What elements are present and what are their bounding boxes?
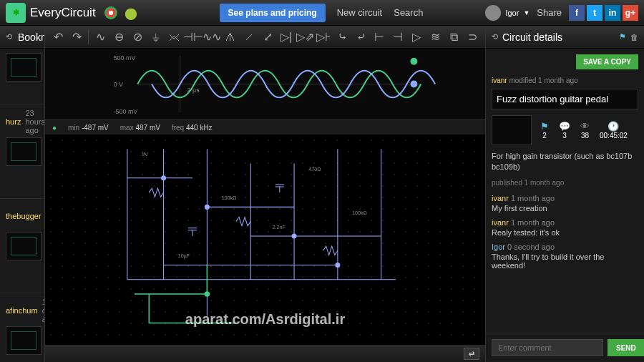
bookmark-thumbnail — [6, 53, 42, 82]
details-body: SAVE A COPY ivanr modified 1 month ago F… — [486, 49, 644, 333]
twitter-icon[interactable]: t — [587, 5, 602, 21]
svg-text:470Ω: 470Ω — [308, 167, 321, 172]
comment-time: 1 month ago — [511, 218, 555, 227]
scope-max-label: 500 mV — [114, 54, 136, 62]
chrome-icon[interactable] — [104, 6, 117, 19]
comment-item: ivanr 1 month agoMy first creation — [492, 194, 638, 212]
switch-icon[interactable]: ⟋ — [240, 29, 258, 46]
separator — [88, 30, 89, 44]
spst-icon[interactable]: ⤢ — [259, 29, 276, 46]
comment-time: 1 month ago — [511, 194, 555, 202]
undo-icon[interactable]: ↶ — [49, 29, 67, 46]
resistor-icon[interactable]: ⩙ — [166, 29, 183, 46]
linkedin-icon[interactable]: in — [605, 5, 620, 21]
scope-min-label: -500 mV — [114, 108, 138, 115]
share-link[interactable]: Share — [537, 7, 562, 18]
svg-point-6 — [292, 234, 296, 238]
comment-item: Igor 0 second agoThanks, I'll try to bui… — [492, 243, 638, 270]
trash-icon[interactable]: 🗑 — [630, 33, 638, 41]
bookmark-item[interactable]: multivibrator took the phases and fed th… — [0, 49, 44, 104]
plans-button[interactable]: See plans and pricing — [220, 4, 326, 22]
bookmarks-sidebar: ⟲ Bookmarks ⊕ ♟ ⫿⫿ 🗑 multivibrator took … — [0, 26, 45, 362]
transformer-icon[interactable]: ≋ — [426, 29, 444, 46]
svg-point-4 — [162, 176, 166, 180]
comment-text: My first creation — [492, 204, 638, 212]
opamp-icon[interactable]: ▷ — [408, 29, 425, 46]
comment-text: Thanks, I'll try to build it over the we… — [492, 253, 638, 270]
current-source-icon[interactable]: ⊘ — [129, 29, 146, 46]
svg-text:100kΩ: 100kΩ — [222, 195, 237, 201]
stat-views: 38 — [580, 132, 590, 140]
details-title: Circuit details — [502, 31, 619, 43]
comment-author[interactable]: Igor — [492, 243, 505, 251]
bookmark-thumbnail — [6, 137, 42, 166]
clock-icon: 🕐 — [600, 121, 628, 132]
circuit-preview: ⚑2 💬3 👁38 🕐00:45:02 — [492, 115, 638, 145]
bookmark-author[interactable]: thebugger — [6, 212, 42, 220]
scope-active-dot: ● — [52, 124, 57, 132]
bookmark-item[interactable]: hurz23 hours ago••• Chua Oscillator - ch… — [0, 104, 44, 199]
redo-icon[interactable]: ↷ — [68, 29, 85, 46]
comment-input[interactable] — [492, 339, 603, 356]
android-icon[interactable]: ⬤ — [125, 6, 137, 19]
center-panel: ↶ ↷ ∿ ⊖ ⊘ ⏚ ⩙ ⊣⊢ ∿∿ ⩚ ⟋ ⤢ ▷| ▷⇗ ▷⊦ ⤷ ⤶ ⊢… — [45, 26, 485, 362]
zener-icon[interactable]: ▷⊦ — [315, 29, 332, 46]
new-circuit-link[interactable]: New circuit — [337, 7, 383, 18]
ground-icon[interactable]: ⏚ — [147, 29, 165, 46]
schematic-footer: ⇄ — [45, 345, 485, 362]
send-button[interactable]: SEND — [608, 339, 644, 356]
save-copy-button[interactable]: SAVE A COPY — [576, 54, 638, 69]
bookmark-author[interactable]: afinchum — [6, 306, 38, 315]
svg-point-5 — [205, 205, 209, 209]
comment-text: Realy tested: it's ok — [492, 228, 638, 237]
max-label: max — [120, 124, 134, 132]
search-link[interactable]: Search — [394, 7, 423, 18]
oscilloscope[interactable]: 500 mV 0 V -500 mV 2 µs — [45, 49, 485, 120]
led-icon[interactable]: ▷⇗ — [296, 29, 313, 46]
schematic-canvas[interactable]: 9V 100kΩ 2.2nF 10µF 470Ω 100kΩ aparat.co… — [45, 134, 485, 345]
apple-icon[interactable] — [145, 6, 157, 19]
facebook-icon[interactable]: f — [569, 5, 585, 21]
inductor-icon[interactable]: ∿∿ — [203, 29, 220, 46]
svg-point-3 — [410, 81, 417, 88]
refresh-icon[interactable]: ⟲ — [492, 32, 498, 41]
details-header: ⟲ Circuit details ⚑ 🗑 — [486, 26, 644, 49]
swap-button[interactable]: ⇄ — [464, 348, 479, 360]
nmos-icon[interactable]: ⊢ — [371, 29, 388, 46]
circuit-title: Fuzz distortion guitar pedal — [492, 89, 638, 109]
comment-icon: 💬 — [559, 121, 570, 132]
diode-icon[interactable]: ▷| — [278, 29, 295, 46]
header-right: Igor ▼ Share f t in g+ — [485, 5, 638, 21]
bookmark-item[interactable]: afinchum1 day ago••• THANKYOU! Inductor … — [0, 293, 44, 362]
bookmark-icon[interactable]: ⚑ — [619, 32, 626, 41]
avatar-icon — [485, 5, 501, 21]
bookmark-item[interactable]: thebugger4 days ago••• Chua Circuit Shak… — [0, 199, 44, 293]
dc-source-icon[interactable]: ⊖ — [110, 29, 127, 46]
googleplus-icon[interactable]: g+ — [623, 5, 638, 21]
ac-source-icon[interactable]: ∿ — [92, 29, 109, 46]
min-label: min — [68, 124, 79, 132]
refresh-icon[interactable]: ⟲ — [6, 32, 12, 41]
potentiometer-icon[interactable]: ⩚ — [222, 29, 239, 46]
main-layout: ⟲ Bookmarks ⊕ ♟ ⫿⫿ 🗑 multivibrator took … — [0, 26, 644, 362]
bookmark-author[interactable]: hurz — [6, 117, 21, 126]
user-menu[interactable]: Igor ▼ — [485, 5, 530, 21]
capacitor-icon[interactable]: ⊣⊢ — [185, 29, 202, 46]
stat-comments: 3 — [559, 132, 570, 140]
logo[interactable]: ✻ EveryCircuit — [6, 3, 96, 23]
comment-item: ivanr 1 month agoRealy tested: it's ok — [492, 218, 638, 237]
chevron-down-icon: ▼ — [523, 9, 530, 16]
svg-point-8 — [205, 292, 209, 296]
comment-author[interactable]: ivanr — [492, 218, 509, 227]
npn-icon[interactable]: ⤷ — [333, 29, 351, 46]
pnp-icon[interactable]: ⤶ — [352, 29, 369, 46]
and-gate-icon[interactable]: ⊃ — [464, 29, 481, 46]
views-icon: 👁 — [580, 121, 590, 132]
author-name[interactable]: ivanr — [492, 77, 507, 84]
comment-author[interactable]: ivanr — [492, 194, 509, 202]
sidebar-header: ⟲ Bookmarks ⊕ ♟ ⫿⫿ 🗑 — [0, 26, 44, 49]
relay-icon[interactable]: ⧉ — [445, 29, 462, 46]
circuit-thumbnail — [492, 115, 532, 145]
comment-form: SEND — [486, 333, 644, 362]
pmos-icon[interactable]: ⊣ — [389, 29, 406, 46]
